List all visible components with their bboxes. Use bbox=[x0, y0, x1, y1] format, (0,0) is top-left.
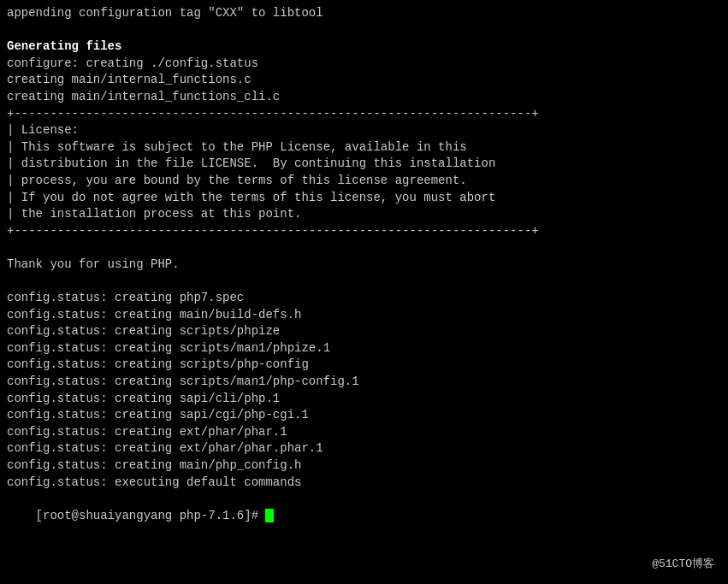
config-php-config-man: config.status: creating scripts/man1/php… bbox=[7, 374, 721, 391]
config-phpize-man: config.status: creating scripts/man1/php… bbox=[7, 340, 721, 357]
prompt-text: [root@shuaiyangyang php-7.1.6]# bbox=[36, 509, 266, 522]
config-phar-phar: config.status: creating ext/phar/phar.ph… bbox=[7, 440, 721, 457]
config-cgi-php: config.status: creating sapi/cgi/php-cgi… bbox=[7, 407, 721, 424]
output-internal-functions: creating main/internal_functions.c bbox=[7, 72, 721, 89]
config-php7-spec: config.status: creating php7.spec bbox=[7, 290, 721, 307]
config-php-config: config.status: creating scripts/php-conf… bbox=[7, 357, 721, 374]
output-line-blank bbox=[7, 22, 721, 39]
terminal: appending configuration tag "CXX" to lib… bbox=[7, 5, 721, 579]
license-line-6: | the installation process at this point… bbox=[7, 206, 721, 223]
blank-after-thank bbox=[7, 274, 721, 291]
config-phpize: config.status: creating scripts/phpize bbox=[7, 323, 721, 340]
output-generating-files: Generating files bbox=[7, 38, 721, 56]
prompt-line: [root@shuaiyangyang php-7.1.6]# bbox=[7, 491, 721, 541]
watermark: @51CTO博客 bbox=[652, 557, 714, 572]
license-line-3: | distribution in the file LICENSE. By c… bbox=[7, 156, 721, 173]
config-php-config-h: config.status: creating main/php_config.… bbox=[7, 457, 721, 475]
output-configure: configure: creating ./config.status bbox=[7, 56, 721, 73]
config-default-commands: config.status: executing default command… bbox=[7, 475, 721, 492]
blank-after-license bbox=[7, 239, 721, 257]
config-build-defs: config.status: creating main/build-defs.… bbox=[7, 307, 721, 324]
output-internal-functions-cli: creating main/internal_functions_cli.c bbox=[7, 89, 721, 106]
license-line-2: | This software is subject to the PHP Li… bbox=[7, 139, 721, 156]
license-line-5: | If you do not agree with the terms of … bbox=[7, 190, 721, 207]
thank-you-line: Thank you for using PHP. bbox=[7, 257, 721, 274]
license-line-1: | License: bbox=[7, 122, 721, 139]
config-cli-php: config.status: creating sapi/cli/php.1 bbox=[7, 391, 721, 408]
license-border-top: +---------------------------------------… bbox=[7, 106, 721, 123]
config-phar: config.status: creating ext/phar/phar.1 bbox=[7, 424, 721, 441]
output-line-1: appending configuration tag "CXX" to lib… bbox=[7, 5, 721, 22]
license-line-4: | process, you are bound by the terms of… bbox=[7, 173, 721, 190]
license-border-bottom: +---------------------------------------… bbox=[7, 223, 721, 240]
cursor bbox=[265, 509, 274, 522]
